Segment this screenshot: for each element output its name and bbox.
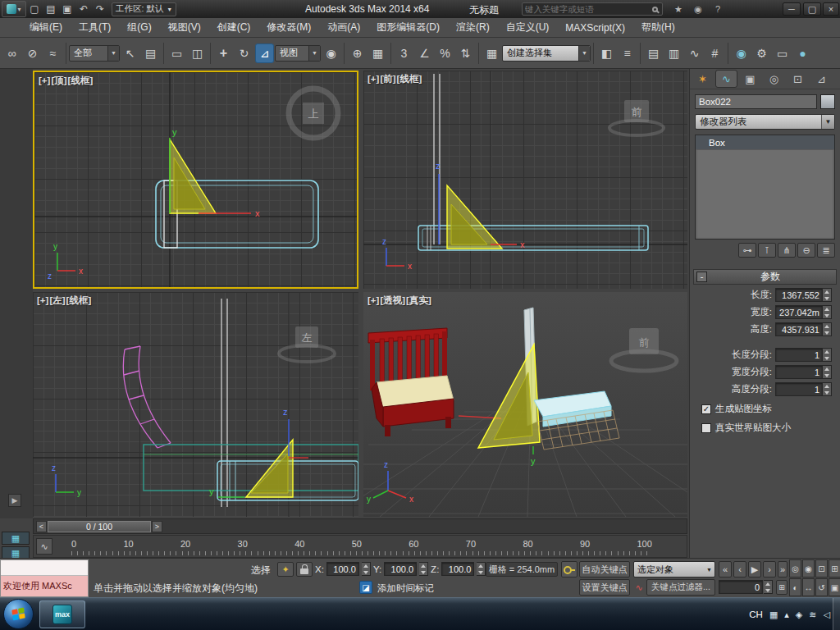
go-to-end-button[interactable]: » xyxy=(778,561,788,578)
add-time-tag-icon[interactable]: ◪ xyxy=(359,581,372,594)
viewport-menu-pov[interactable]: [前] xyxy=(380,74,395,84)
zoom-extents-icon[interactable]: ⊡ xyxy=(815,559,828,578)
align-icon[interactable]: ≡ xyxy=(618,43,637,63)
zoom-extents-all-icon[interactable]: ⊞ xyxy=(829,559,840,578)
menu-group[interactable]: 组(G) xyxy=(119,18,159,37)
transform-gizmo[interactable]: y xyxy=(531,446,536,466)
pin-stack-button[interactable]: ⊶ xyxy=(738,243,756,258)
menu-modifiers[interactable]: 修改器(M) xyxy=(258,18,319,37)
viewport-menu-pov[interactable]: [透视] xyxy=(380,295,405,305)
docked-toolbar-button-top[interactable]: ▦ xyxy=(2,532,30,545)
next-key-button[interactable]: › xyxy=(763,561,776,578)
length-segs-field[interactable]: 1 xyxy=(775,348,823,362)
tab-utilities-icon[interactable]: ⊿ xyxy=(810,70,833,88)
show-desktop-button[interactable] xyxy=(833,598,840,630)
select-and-link-icon[interactable]: ∞ xyxy=(2,43,21,63)
viewport-top[interactable]: [+][顶][线框] 上 y xyxy=(33,71,358,289)
auto-key-button[interactable]: 自动关键点 xyxy=(579,561,630,578)
render-production-icon[interactable]: ● xyxy=(793,43,812,63)
menu-tools[interactable]: 工具(T) xyxy=(71,18,119,37)
rendered-frame-window-icon[interactable]: ▭ xyxy=(773,43,792,63)
menu-rendering[interactable]: 渲染(R) xyxy=(448,18,498,37)
mirror-icon[interactable]: ◧ xyxy=(597,43,616,63)
time-slider-handle[interactable]: 0 / 100 xyxy=(48,521,151,532)
generate-mapping-coords-checkbox[interactable]: ✓ xyxy=(701,404,711,414)
bed-frame-object[interactable] xyxy=(144,445,358,491)
isolate-selection-toggle[interactable]: ✦ xyxy=(277,562,294,577)
menu-help[interactable]: 帮助(H) xyxy=(633,18,683,37)
window-crossing-icon[interactable]: ◫ xyxy=(188,43,207,63)
application-menu-button[interactable]: ▾ xyxy=(2,1,26,17)
menu-views[interactable]: 视图(V) xyxy=(160,18,209,37)
mini-curve-editor-icon[interactable]: ∿ xyxy=(36,538,52,555)
open-file-icon[interactable]: ▤ xyxy=(43,2,59,16)
height-segs-spinner[interactable] xyxy=(823,382,832,396)
select-and-move-icon[interactable]: + xyxy=(214,43,233,63)
selected-triangle-object[interactable] xyxy=(478,345,540,448)
viewcube-face-label[interactable]: 前 xyxy=(639,336,650,349)
volume-icon[interactable]: ◁ xyxy=(824,609,830,620)
menu-create[interactable]: 创建(C) xyxy=(209,18,259,37)
width-spinner[interactable] xyxy=(823,305,832,319)
selection-set-dropdown[interactable]: 选定对象 ▼ xyxy=(633,561,715,578)
viewport-menu-shading[interactable]: [真实] xyxy=(406,295,431,305)
viewport-left[interactable]: [+][左][线框] 左 xyxy=(33,292,358,517)
length-field[interactable]: 1367.552 xyxy=(775,288,823,302)
viewport-menu-pov[interactable]: [顶] xyxy=(51,75,66,85)
edit-named-sets-icon[interactable]: ▦ xyxy=(482,43,501,63)
z-field[interactable]: 100.0 xyxy=(441,562,474,576)
menu-customize[interactable]: 自定义(U) xyxy=(498,18,558,37)
snap-toggle-icon[interactable]: 3 xyxy=(395,43,413,63)
use-pivot-center-icon[interactable]: ◉ xyxy=(322,43,340,63)
material-editor-icon[interactable]: ◉ xyxy=(732,43,751,63)
tab-create-icon[interactable]: ✶ xyxy=(692,70,714,88)
track-bar[interactable]: ∿ 0 10 20 30 40 50 60 70 80 90 100 xyxy=(33,535,687,558)
spinner-snap-icon[interactable]: ⇅ xyxy=(456,43,475,63)
set-key-mode-toggle[interactable] xyxy=(561,561,578,578)
viewport-menu-plus[interactable]: [+] xyxy=(39,75,50,85)
key-mode-toggle[interactable]: ⊞ xyxy=(776,580,788,595)
favorites-star-icon[interactable]: ★ xyxy=(671,2,686,16)
tab-motion-icon[interactable]: ◎ xyxy=(763,70,785,88)
y-spinner[interactable] xyxy=(419,562,428,576)
object-color-swatch[interactable] xyxy=(820,94,835,109)
menu-edit[interactable]: 编辑(E) xyxy=(21,18,71,37)
rollout-collapse-icon[interactable]: - xyxy=(696,272,707,282)
selected-triangle-object[interactable] xyxy=(447,185,502,249)
length-spinner[interactable] xyxy=(823,288,832,302)
language-indicator[interactable]: CH xyxy=(749,609,763,619)
modifier-list-dropdown[interactable]: 修改器列表 ▼ xyxy=(695,114,835,130)
key-filters-button[interactable]: 关键点过滤器... xyxy=(646,579,715,596)
menu-maxscript[interactable]: MAXScript(X) xyxy=(557,18,633,37)
keyboard-layout-icon[interactable]: ▦ xyxy=(769,609,778,620)
close-button[interactable]: × xyxy=(823,2,839,16)
x-spinner[interactable] xyxy=(362,562,371,576)
select-and-rotate-icon[interactable]: ↻ xyxy=(235,43,253,63)
bed-model-object[interactable] xyxy=(368,328,454,436)
zoom-all-icon[interactable]: ◉ xyxy=(802,559,815,578)
viewcube-face-label[interactable]: 左 xyxy=(302,331,313,344)
width-field[interactable]: 237.042m xyxy=(775,305,823,319)
width-segs-spinner[interactable] xyxy=(823,365,832,379)
y-field[interactable]: 100.0 xyxy=(384,562,417,576)
remove-modifier-button[interactable]: ⊖ xyxy=(797,243,815,258)
parameters-rollout-header[interactable]: - 参数 xyxy=(693,269,837,285)
object-name-field[interactable]: Box022 xyxy=(695,94,817,109)
go-to-start-button[interactable]: « xyxy=(719,561,732,578)
percent-snap-icon[interactable]: % xyxy=(436,43,454,63)
add-time-tag-button[interactable]: 添加时间标记 xyxy=(377,582,434,595)
new-scene-icon[interactable]: ▢ xyxy=(26,2,43,16)
sign-in-user-icon[interactable]: ◉ xyxy=(691,2,705,16)
infocenter-search[interactable] xyxy=(522,2,663,16)
viewcube-face-label[interactable]: 上 xyxy=(308,107,319,120)
width-segs-field[interactable]: 1 xyxy=(775,365,823,379)
curved-segment-object[interactable] xyxy=(123,346,171,448)
taskbar-3dsmax-button[interactable]: max xyxy=(39,600,85,628)
viewport-perspective[interactable]: [+][透视][真实] xyxy=(363,292,687,517)
selected-triangle-object[interactable] xyxy=(170,139,216,213)
modifier-stack[interactable]: Box xyxy=(695,135,835,240)
maximize-button[interactable]: ▢ xyxy=(803,2,821,16)
undo-icon[interactable]: ↶ xyxy=(75,2,92,16)
viewport-menu-shading[interactable]: [线框] xyxy=(397,74,422,84)
viewcube-face-label[interactable]: 前 xyxy=(632,106,642,118)
